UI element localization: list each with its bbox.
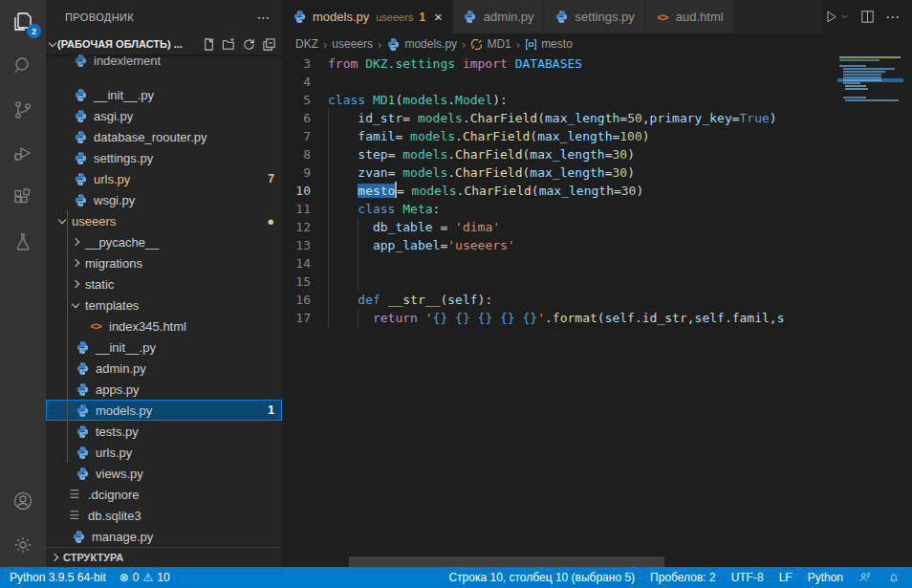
token: ): [478, 293, 493, 307]
tree-item-asgi.py[interactable]: asgi.py [46, 105, 282, 126]
status-bell-icon[interactable] [887, 571, 901, 584]
tab-admin.py[interactable]: admin.py [453, 0, 545, 33]
editor-actions: ⋯ [823, 0, 912, 33]
token: db_table [373, 220, 433, 234]
status-problems[interactable]: ⊗0⚠10 [119, 571, 170, 584]
status-feedback-icon[interactable] [858, 571, 872, 584]
activitybar-run-debug[interactable] [0, 132, 46, 176]
minimap[interactable] [839, 56, 901, 102]
code-line-15[interactable]: 15 [282, 272, 912, 291]
tree-item-templates[interactable]: templates [46, 294, 282, 316]
code-line-17[interactable]: 17 return '{} {} {} {} {}'.format(self.i… [282, 309, 912, 327]
tree-item-index345.html[interactable]: <>index345.html [46, 316, 282, 337]
chevron-right-icon [72, 280, 79, 288]
tree-item-database_roouter.py[interactable]: database_roouter.py [46, 126, 282, 147]
token [328, 147, 358, 162]
status-indentation[interactable]: Пробелов: 2 [650, 571, 716, 584]
code-line-3[interactable]: 3from DKZ.settings import DATABASES [282, 54, 912, 73]
tree-item-static[interactable]: static [46, 273, 282, 294]
tab-aud.html[interactable]: <>aud.html [645, 0, 734, 33]
tree-item-views.py[interactable]: views.py [46, 463, 282, 484]
tree-item-manage.py[interactable]: manage.py [46, 526, 282, 547]
tree-item-indexlement[interactable]: indexlement [46, 54, 282, 71]
code-line-10[interactable]: 10 mesto= models.CharField(max_length=30… [282, 182, 912, 200]
code-line-4[interactable]: 4 [282, 73, 912, 91]
tree-item-.dcignore[interactable]: ☰.dcignore [46, 484, 282, 505]
tree-item-apps.py[interactable]: apps.py [46, 379, 282, 400]
tree-item-useeers[interactable]: useeers● [46, 210, 282, 231]
tree-item-urls.py[interactable]: urls.py [46, 442, 282, 463]
explorer-more-actions-icon[interactable]: ⋯ [257, 10, 271, 25]
tab-models.py[interactable]: models.pyuseeers1× [282, 0, 453, 33]
activitybar-account[interactable] [0, 479, 46, 523]
activitybar-testing[interactable] [0, 220, 46, 264]
status-language-mode[interactable]: Python [808, 571, 843, 584]
tree-item-label: apps.py [96, 382, 140, 397]
split-editor-button[interactable] [859, 9, 876, 25]
code-line-16[interactable]: 16 def __str__(self): [282, 291, 912, 309]
breadcrumb-useeers[interactable]: useeers [332, 37, 373, 51]
status-encoding[interactable]: UTF-8 [731, 571, 764, 584]
tree-item-label: useeers [72, 214, 116, 229]
activitybar-explorer[interactable]: 2 [0, 0, 46, 44]
line-content: db_table = 'dima' [328, 218, 912, 236]
code-line-12[interactable]: 12 db_table = 'dima' [282, 218, 912, 236]
tree-item-__pycache__[interactable]: __pycache__ [46, 231, 282, 252]
code-line-13[interactable]: 13 app_label='useeers' [282, 236, 912, 254]
split-editor-icon [859, 9, 876, 25]
tree-item-db.sqlite3[interactable]: ☰db.sqlite3 [46, 505, 282, 526]
code-line-14[interactable]: 14 [282, 254, 912, 272]
horizontal-scrollbar[interactable] [349, 556, 664, 567]
tab-settings.py[interactable]: settings.py [545, 0, 645, 33]
tree-item-wsgi.py[interactable]: wsgi.py [46, 189, 282, 210]
tree-item-admin.py[interactable]: admin.py [46, 358, 282, 379]
line-number: 5 [282, 91, 328, 109]
python-file-icon [75, 466, 90, 481]
tree-item-urls.py[interactable]: urls.py7 [46, 168, 282, 189]
breadcrumb-DKZ[interactable]: DKZ [295, 37, 318, 51]
token [328, 220, 373, 234]
code-line-11[interactable]: 11 class Meta: [282, 200, 912, 218]
code-line-7[interactable]: 7 famil= models.CharField(max_length=100… [282, 127, 912, 145]
token [508, 56, 515, 71]
line-content: id_str= models.CharField(max_length=50,p… [328, 109, 912, 127]
code-line-9[interactable]: 9 zvan= models.CharField(max_length=30) [282, 163, 912, 182]
run-button[interactable] [823, 9, 850, 25]
tree-item-migrations[interactable]: migrations [46, 252, 282, 273]
new-file-icon[interactable] [202, 37, 216, 52]
collapse-all-icon[interactable] [262, 37, 276, 52]
line-number: 14 [282, 254, 328, 272]
workspace-section-header[interactable]: (РАБОЧАЯ ОБЛАСТЬ) ... [46, 33, 282, 54]
tree-item-settings.py[interactable]: settings.py [46, 147, 282, 168]
activitybar-extensions[interactable] [0, 176, 46, 220]
code-line-6[interactable]: 6 id_str= models.CharField(max_length=50… [282, 109, 912, 127]
status-eol[interactable]: LF [779, 571, 793, 584]
activitybar-source-control[interactable] [0, 88, 46, 132]
token: {} [455, 311, 470, 325]
status-python-interpreter[interactable]: Python 3.9.5 64-bit [10, 571, 106, 584]
code-line-8[interactable]: 8 step= models.CharField(max_length=30) [282, 145, 912, 163]
activitybar-search[interactable] [0, 44, 46, 88]
breadcrumb-MD1[interactable]: MD1 [470, 37, 510, 51]
token: DKZ.settings [365, 56, 455, 71]
outline-section-header[interactable]: СТРУКТУРА [46, 547, 282, 567]
code-line-5[interactable]: 5class MD1(models.Model): [282, 91, 912, 109]
python-file-icon [73, 87, 88, 102]
tree-item-models.py[interactable]: models.py1 [46, 400, 282, 421]
chevron-right-icon [72, 238, 79, 246]
tree-item-__init__.py[interactable]: __init__.py [46, 337, 282, 358]
tree-item-__init__.py[interactable]: __init__.py [46, 84, 282, 105]
code-editor[interactable]: 3from DKZ.settings import DATABASES45cla… [282, 54, 912, 567]
refresh-icon[interactable] [242, 37, 256, 52]
python-file-icon [73, 108, 88, 123]
new-folder-icon[interactable] [222, 37, 236, 52]
python-file-icon [75, 360, 90, 376]
close-icon[interactable]: × [434, 10, 443, 24]
breadcrumb-mesto[interactable]: mesto [525, 37, 573, 51]
more-actions-icon[interactable]: ⋯ [885, 9, 901, 26]
activitybar-settings-gear[interactable] [0, 523, 46, 567]
status-cursor-position[interactable]: Строка 10, столбец 10 (выбрано 5) [448, 571, 635, 584]
breadcrumb-models.py[interactable]: models.py [386, 37, 457, 52]
token: = [388, 147, 403, 162]
tree-item-tests.py[interactable]: tests.py [46, 421, 282, 442]
